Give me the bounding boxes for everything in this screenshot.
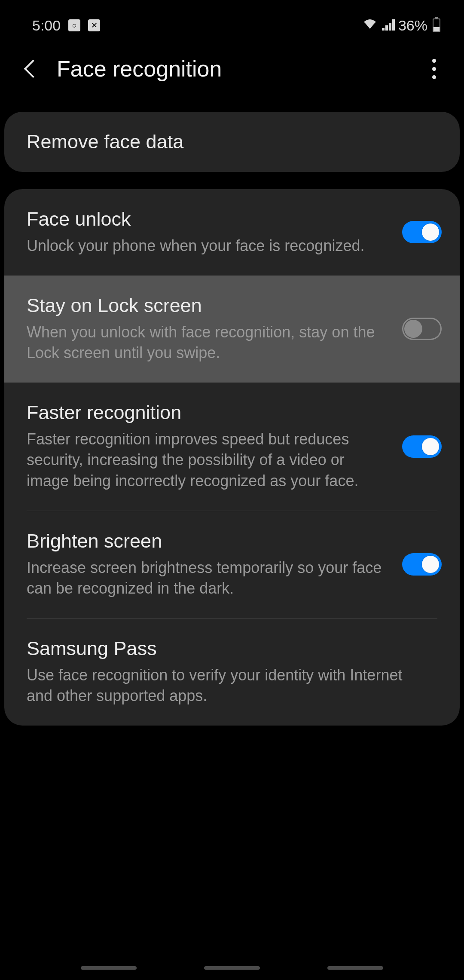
setting-text: Brighten screen Increase screen brightne… xyxy=(27,530,402,599)
toggle-knob xyxy=(404,320,422,338)
setting-subtitle: When you unlock with face recognition, s… xyxy=(27,322,389,364)
setting-text: Faster recognition Faster recognition im… xyxy=(27,401,402,492)
setting-title: Face unlock xyxy=(27,208,389,230)
stay-on-lock-screen-toggle[interactable] xyxy=(402,318,442,340)
setting-subtitle: Increase screen brightness temporarily s… xyxy=(27,557,389,599)
stay-on-lock-screen-row[interactable]: Stay on Lock screen When you unlock with… xyxy=(4,276,460,383)
page-title: Face recognition xyxy=(57,56,415,82)
remove-face-data-label: Remove face data xyxy=(27,131,437,153)
toggle-knob xyxy=(421,555,440,573)
nav-recents[interactable] xyxy=(81,966,137,970)
setting-subtitle: Unlock your phone when your face is reco… xyxy=(27,236,389,257)
navigation-bar xyxy=(0,966,464,970)
status-time: 5:00 xyxy=(32,17,61,34)
notification-icon-2: ✕ xyxy=(88,19,100,31)
setting-title: Brighten screen xyxy=(27,530,389,552)
nav-back[interactable] xyxy=(327,966,383,970)
settings-card: Face unlock Unlock your phone when your … xyxy=(4,189,460,726)
setting-text: Stay on Lock screen When you unlock with… xyxy=(27,294,402,364)
faster-recognition-toggle[interactable] xyxy=(402,435,442,458)
setting-subtitle: Faster recognition improves speed but re… xyxy=(27,429,389,492)
setting-title: Faster recognition xyxy=(27,401,389,424)
battery-icon xyxy=(433,18,440,32)
wifi-icon xyxy=(362,17,378,34)
battery-percent: 36% xyxy=(398,17,427,34)
more-options-icon[interactable] xyxy=(432,59,445,79)
notification-icon-1: ○ xyxy=(68,19,80,31)
brighten-screen-toggle[interactable] xyxy=(402,553,442,576)
setting-text: Face unlock Unlock your phone when your … xyxy=(27,208,402,257)
toggle-knob xyxy=(421,438,440,456)
back-icon[interactable] xyxy=(24,60,42,78)
setting-title: Samsung Pass xyxy=(27,637,429,660)
faster-recognition-row[interactable]: Faster recognition Faster recognition im… xyxy=(4,383,460,511)
samsung-pass-row[interactable]: Samsung Pass Use face recognition to ver… xyxy=(4,619,460,726)
setting-text: Samsung Pass Use face recognition to ver… xyxy=(27,637,442,707)
content-area: Remove face data Face unlock Unlock your… xyxy=(0,99,464,726)
app-header: Face recognition xyxy=(0,39,464,99)
toggle-knob xyxy=(421,223,440,241)
signal-icon xyxy=(381,17,395,34)
brighten-screen-row[interactable]: Brighten screen Increase screen brightne… xyxy=(4,511,460,618)
nav-home[interactable] xyxy=(204,966,260,970)
setting-title: Stay on Lock screen xyxy=(27,294,389,317)
setting-subtitle: Use face recognition to verify your iden… xyxy=(27,665,429,707)
status-right: 36% xyxy=(362,17,440,34)
status-bar: 5:00 ○ ✕ 36% xyxy=(0,0,464,39)
face-unlock-row[interactable]: Face unlock Unlock your phone when your … xyxy=(4,189,460,276)
status-left: 5:00 ○ ✕ xyxy=(32,17,100,34)
face-unlock-toggle[interactable] xyxy=(402,221,442,243)
remove-face-data-button[interactable]: Remove face data xyxy=(4,112,460,172)
